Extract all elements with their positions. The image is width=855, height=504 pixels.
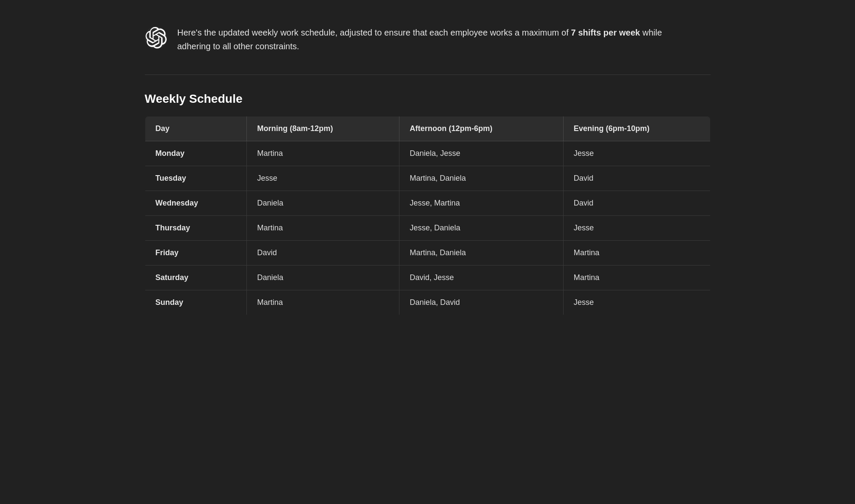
intro-text-before-bold: Here's the updated weekly work schedule,…	[177, 28, 571, 37]
cell-evening-6: Jesse	[563, 290, 710, 315]
cell-evening-5: Martina	[563, 265, 710, 290]
cell-day-0: Monday	[145, 141, 246, 166]
cell-afternoon-4: Martina, Daniela	[399, 241, 564, 265]
svg-point-0	[145, 27, 167, 49]
cell-day-2: Wednesday	[145, 191, 246, 216]
cell-afternoon-1: Martina, Daniela	[399, 166, 564, 191]
cell-morning-0: Martina	[246, 141, 399, 166]
schedule-title: Weekly Schedule	[145, 92, 711, 106]
cell-afternoon-0: Daniela, Jesse	[399, 141, 564, 166]
cell-afternoon-5: David, Jesse	[399, 265, 564, 290]
table-row: SundayMartinaDaniela, DavidJesse	[145, 290, 710, 315]
cell-afternoon-2: Jesse, Martina	[399, 191, 564, 216]
table-row: FridayDavidMartina, DanielaMartina	[145, 241, 710, 265]
intro-bold: 7 shifts per week	[571, 28, 640, 37]
table-row: SaturdayDanielaDavid, JesseMartina	[145, 265, 710, 290]
table-row: MondayMartinaDaniela, JesseJesse	[145, 141, 710, 166]
cell-day-3: Thursday	[145, 216, 246, 241]
cell-day-1: Tuesday	[145, 166, 246, 191]
column-header-evening: Evening (6pm-10pm)	[563, 116, 710, 141]
table-row: ThursdayMartinaJesse, DanielaJesse	[145, 216, 710, 241]
cell-morning-3: Martina	[246, 216, 399, 241]
cell-day-4: Friday	[145, 241, 246, 265]
cell-day-6: Sunday	[145, 290, 246, 315]
cell-evening-1: David	[563, 166, 710, 191]
cell-morning-4: David	[246, 241, 399, 265]
cell-morning-6: Martina	[246, 290, 399, 315]
schedule-table: Day Morning (8am-12pm) Afternoon (12pm-6…	[145, 116, 711, 315]
cell-evening-2: David	[563, 191, 710, 216]
cell-evening-0: Jesse	[563, 141, 710, 166]
page-container: Here's the updated weekly work schedule,…	[128, 0, 728, 341]
chatgpt-logo-icon	[145, 27, 167, 49]
table-header-row: Day Morning (8am-12pm) Afternoon (12pm-6…	[145, 116, 710, 141]
column-header-day: Day	[145, 116, 246, 141]
cell-morning-1: Jesse	[246, 166, 399, 191]
table-row: TuesdayJesseMartina, DanielaDavid	[145, 166, 710, 191]
schedule-section: Weekly Schedule Day Morning (8am-12pm) A…	[145, 92, 711, 315]
cell-morning-2: Daniela	[246, 191, 399, 216]
cell-evening-3: Jesse	[563, 216, 710, 241]
header-section: Here's the updated weekly work schedule,…	[145, 13, 711, 66]
section-divider	[145, 75, 711, 75]
cell-day-5: Saturday	[145, 265, 246, 290]
intro-text: Here's the updated weekly work schedule,…	[177, 26, 692, 53]
column-header-afternoon: Afternoon (12pm-6pm)	[399, 116, 564, 141]
column-header-morning: Morning (8am-12pm)	[246, 116, 399, 141]
table-row: WednesdayDanielaJesse, MartinaDavid	[145, 191, 710, 216]
cell-afternoon-6: Daniela, David	[399, 290, 564, 315]
cell-morning-5: Daniela	[246, 265, 399, 290]
cell-evening-4: Martina	[563, 241, 710, 265]
cell-afternoon-3: Jesse, Daniela	[399, 216, 564, 241]
